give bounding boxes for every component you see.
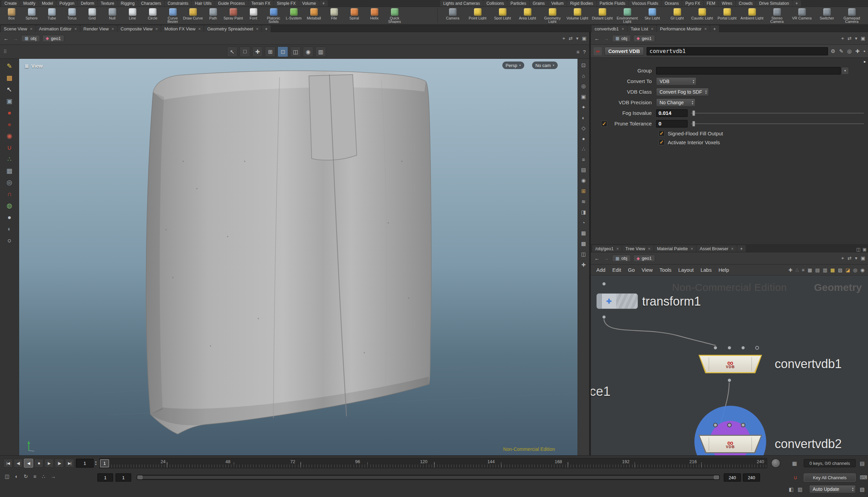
stow-network-icon[interactable]: ◫ xyxy=(856,247,860,252)
menu-item[interactable]: Tools xyxy=(656,267,675,273)
node-input-connector[interactable] xyxy=(713,423,718,427)
wireframe-icon[interactable]: ◇ xyxy=(582,125,586,131)
prune-enable-checkbox[interactable]: ✓ xyxy=(601,121,607,127)
step-forward-button[interactable]: |▶ xyxy=(55,459,64,468)
shelf-tool-button[interactable]: Spiral xyxy=(344,8,364,23)
shelf-tool-button[interactable]: Grid xyxy=(82,8,102,23)
shelf-tool-button[interactable]: Metaball xyxy=(304,8,324,23)
shelf-tab[interactable]: Oceans xyxy=(662,0,682,6)
frame-spinner-icon[interactable]: ▲▼ xyxy=(95,459,97,468)
toolbar-handle-icon[interactable]: ⠿ xyxy=(3,49,6,54)
follow-links-icon[interactable]: ⇄ xyxy=(847,255,852,261)
shelf-tool-button[interactable]: Tube xyxy=(42,8,62,23)
pane-tab[interactable]: Scene View × xyxy=(1,25,36,32)
image-planes-icon[interactable]: ▤ xyxy=(581,167,586,173)
group-list-icon[interactable]: ▦ xyxy=(581,230,586,236)
pin-pane-icon[interactable]: ⌖ xyxy=(562,36,565,41)
auto-update-menu[interactable]: Auto Update ▲▼ xyxy=(809,485,856,493)
network-tab[interactable]: Asset Browser × xyxy=(696,245,736,252)
pin-pane-icon[interactable]: ⌖ xyxy=(841,255,844,261)
shelf-tool-button[interactable]: GI Light xyxy=(665,8,690,23)
shelf-tab[interactable]: Polygon xyxy=(56,0,77,6)
pane-tab[interactable]: Geometry Spreadsheet × xyxy=(204,25,261,32)
path-chip-geo1[interactable]: ◆ geo1 xyxy=(633,35,655,42)
shelf-tab[interactable]: Collisions xyxy=(483,0,507,6)
step-size-icon[interactable]: → xyxy=(51,473,56,480)
shelf-tool-button[interactable]: VR Camera xyxy=(789,8,814,23)
vdb-precision-menu[interactable]: No Change ▲▼ xyxy=(656,98,695,107)
back-icon[interactable]: ← xyxy=(594,255,600,261)
menu-item[interactable]: Labs xyxy=(697,267,715,273)
vdb-class-menu[interactable]: Convert Fog to SDF ▲▼ xyxy=(656,88,709,96)
stow-icon[interactable]: ▾ xyxy=(855,255,857,261)
shelf-tool-button[interactable]: Ambient Light xyxy=(740,8,764,23)
shelf-tab[interactable]: Wires xyxy=(719,0,735,6)
shelf-tab[interactable]: Create xyxy=(1,0,20,6)
path-chip-obj[interactable]: ▦ obj xyxy=(612,255,631,262)
maximize-pane-icon[interactable]: ▣ xyxy=(582,36,586,41)
step-back-button[interactable]: ◀| xyxy=(14,459,23,468)
node-output-connector[interactable] xyxy=(602,315,606,319)
shelf-tool-button[interactable]: Quick Shapes xyxy=(384,8,405,23)
shelf-tool-button[interactable]: Switcher xyxy=(814,8,839,23)
add-shelf-tab-button[interactable]: + xyxy=(792,0,801,6)
close-icon[interactable]: × xyxy=(256,26,259,31)
close-icon[interactable]: × xyxy=(622,26,624,31)
sphere-light-icon[interactable]: ● xyxy=(8,214,11,220)
draw-curve-tool-icon[interactable]: ✎ xyxy=(7,63,12,69)
node-input-connector[interactable] xyxy=(713,346,718,350)
onion-skin-icon[interactable]: ◔ xyxy=(582,220,585,226)
pane-tab[interactable]: Performance Monitor × xyxy=(657,25,710,32)
viewport-canvas[interactable]: ▦ View Persp ▾ No cam ▾ Non-Commercial E… xyxy=(19,59,578,455)
range-start-field[interactable] xyxy=(97,473,113,482)
node-input-connector[interactable] xyxy=(602,282,606,286)
node-transform1[interactable]: ✚ xyxy=(596,293,638,309)
sphere-shadow-icon[interactable]: ◐ xyxy=(8,226,11,232)
close-icon[interactable]: × xyxy=(648,246,651,251)
network-tab[interactable]: Material Palette × xyxy=(654,245,696,252)
pane-tab[interactable]: Take List × xyxy=(627,25,656,32)
frame-selected-icon[interactable]: ◎ xyxy=(581,83,586,89)
forward-icon[interactable]: → xyxy=(603,255,610,261)
shelf-tool-button[interactable]: Curve Bezier xyxy=(163,8,183,23)
shelf-tool-button[interactable]: Font xyxy=(243,8,263,23)
flipbook-icon[interactable]: ▥ xyxy=(315,46,326,57)
material-dark-icon[interactable]: ● xyxy=(8,121,11,127)
new-pane-tab-button[interactable]: + xyxy=(710,25,719,32)
find-node-icon[interactable]: ◎ xyxy=(853,267,857,273)
snap-multi-icon[interactable]: ⊡ xyxy=(277,46,288,57)
spare-params-icon[interactable]: ✚ xyxy=(855,48,860,54)
shelf-tab[interactable]: Modify xyxy=(20,0,38,6)
shelf-tab[interactable]: Rigid Bodies xyxy=(567,0,596,6)
play-button[interactable]: ▶ xyxy=(44,459,54,468)
fog-isovalue-slider[interactable] xyxy=(691,109,864,117)
shelf-tab[interactable]: Hair Utils xyxy=(192,0,215,6)
shelf-tool-button[interactable]: Sky Light xyxy=(640,8,665,23)
lock-params-icon[interactable]: ▪ xyxy=(864,48,865,54)
mesh-object[interactable] xyxy=(19,59,578,455)
forward-icon[interactable]: → xyxy=(603,36,610,41)
path-chip-obj[interactable]: ▦ obj xyxy=(21,35,40,42)
viewport-menu-icon[interactable]: ≡ xyxy=(577,49,580,55)
secure-selection-icon[interactable]: ▣ xyxy=(6,98,13,104)
network-tab[interactable]: Tree View × xyxy=(622,245,653,252)
shelf-tool-button[interactable]: Gamepad Camera xyxy=(839,8,864,23)
close-icon[interactable]: × xyxy=(30,26,32,31)
palette-icon[interactable]: ▩ xyxy=(830,267,835,273)
magnet-icon[interactable]: ∪ xyxy=(794,474,797,481)
audio-toggle-icon[interactable]: ◐ xyxy=(15,473,18,480)
back-icon[interactable]: ← xyxy=(594,36,600,41)
close-icon[interactable]: × xyxy=(155,26,158,31)
shelf-tool-button[interactable]: Torus xyxy=(62,8,82,23)
background-image-icon[interactable]: ▨ xyxy=(838,267,842,273)
shelf-tab[interactable]: Constraints xyxy=(165,0,192,6)
node-input-connector[interactable] xyxy=(741,423,745,427)
box-tool-icon[interactable]: ▩ xyxy=(6,75,13,81)
box-select-icon[interactable]: □ xyxy=(240,46,250,57)
shelf-tab[interactable]: Guide Process xyxy=(215,0,248,6)
multi-sphere-icon[interactable]: ∴ xyxy=(7,156,11,162)
node-flag[interactable] xyxy=(597,294,602,309)
range-end-field[interactable] xyxy=(724,473,741,482)
shelf-tab[interactable]: Particles xyxy=(507,0,529,6)
help-icon[interactable]: ? xyxy=(583,49,586,55)
